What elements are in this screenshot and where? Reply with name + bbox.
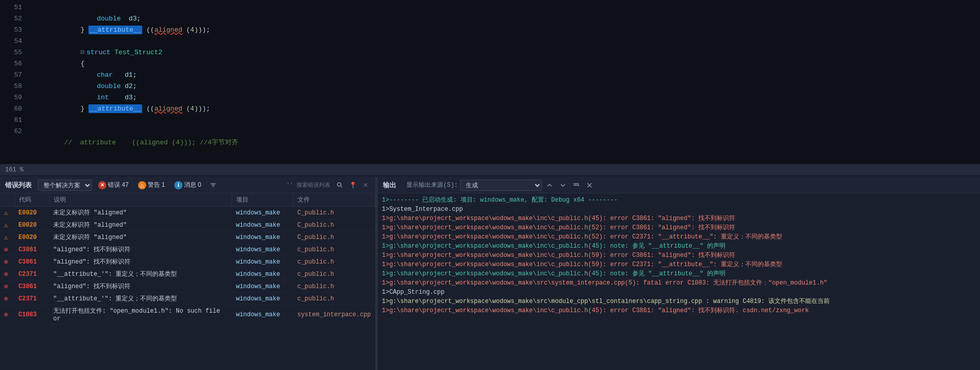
output-line: 1>-------- 已启动生成: 项目: windows_make, 配置: … (382, 195, 976, 205)
row-project: windows_make (232, 256, 293, 268)
code-line-62: // attribute ((aligned (4))); //4字节对齐 (32, 126, 980, 137)
table-row[interactable]: ⊗ C2371 "__attribute_'": 重定义；不同的基类型 wind… (0, 268, 375, 280)
row-file: c_public.h (293, 268, 375, 280)
wrap-icon (573, 182, 580, 189)
error-panel-right-icons: '' 搜索错误列表 📍 ✕ (286, 181, 370, 190)
output-line: 1>g:\share\projecrt_workspace\wodows_mak… (382, 214, 976, 223)
filter-icon (210, 182, 217, 189)
row-code: E0020 (14, 219, 49, 231)
warning-count-label: 警告 1 (148, 181, 165, 189)
table-row[interactable]: ⚠ E0020 未定义标识符 "aligned" windows_make C_… (0, 219, 375, 231)
error-type-icon: ⊗ (4, 295, 8, 303)
error-type-icon: ⚠ (4, 234, 8, 242)
row-icon: ⚠ (0, 207, 14, 219)
solution-filter-dropdown[interactable]: 整个解决方案 (38, 180, 92, 191)
output-content[interactable]: 1>-------- 已启动生成: 项目: windows_make, 配置: … (378, 193, 980, 370)
output-toolbar-btn2[interactable] (557, 181, 568, 190)
output-panel-header: 输出 显示输出来源(S): 生成 (378, 177, 980, 193)
row-desc: "aligned": 找不到标识符 (49, 256, 232, 268)
pin-panel-button[interactable]: 📍 (347, 181, 359, 190)
code-line-54: ⊟struct Test_Struct2 (32, 36, 980, 47)
table-row[interactable]: ⊗ C3861 "aligned": 找不到标识符 windows_make c… (0, 244, 375, 256)
close-panel-button[interactable]: ✕ (361, 181, 370, 190)
row-icon: ⊗ (0, 280, 14, 293)
row-code: C1083 (14, 305, 49, 324)
row-icon: ⊗ (0, 268, 14, 280)
bottom-panels: 错误列表 整个解决方案 ✕ 错误 47 △ 警告 1 ℹ 消息 0 (0, 177, 980, 370)
code-line-52: } __attribute__ ((aligned (4))); (32, 13, 980, 25)
output-line: 1>g:\share\projecrt_workspace\wodows_mak… (382, 269, 976, 278)
scroll-bottom-icon (559, 182, 566, 189)
row-project: windows_make (232, 244, 293, 256)
error-type-icon: ⚠ (4, 222, 8, 229)
code-content[interactable]: double d3; } __attribute__ ((aligned (4)… (28, 0, 980, 164)
line-num-58: 58 (0, 81, 22, 92)
info-count-button[interactable]: ℹ 消息 0 (171, 180, 204, 190)
table-row[interactable]: ⊗ C3861 "aligned": 找不到标识符 windows_make c… (0, 256, 375, 268)
line-num-60: 60 (0, 103, 22, 115)
status-bar: 161 % (0, 164, 980, 175)
output-toolbar-btn1[interactable] (544, 181, 555, 190)
code-line-61 (32, 115, 980, 126)
row-code: E0020 (14, 231, 49, 244)
code-editor: 51 52 53 54 55 56 57 58 59 60 61 62 doub… (0, 0, 980, 164)
zoom-level: 161 % (5, 166, 24, 173)
table-row[interactable]: ⚠ E0020 未定义标识符 "aligned" windows_make C_… (0, 207, 375, 219)
row-project: windows_make (232, 268, 293, 280)
line-num-52: 52 (0, 13, 22, 25)
error-type-icon: ⊗ (4, 283, 8, 291)
output-line: 1>g:\share\projecrt_workspace\wodows_mak… (382, 278, 976, 288)
scroll-top-icon (546, 182, 553, 189)
line-num-56: 56 (0, 58, 22, 70)
filter-toolbar-button[interactable] (208, 181, 219, 190)
line-num-55: 55 (0, 47, 22, 58)
code-line-59: } __attribute__ ((aligned (4))); (32, 92, 980, 103)
row-file: c_public.h (293, 293, 375, 305)
row-code: C3861 (14, 280, 49, 293)
row-project: windows_make (232, 293, 293, 305)
error-table-container[interactable]: 代码 说明 项目 文件 ⚠ E0020 未定义标识符 "aligned" win… (0, 193, 375, 370)
row-icon: ⊗ (0, 293, 14, 305)
clear-icon (586, 182, 593, 189)
table-row[interactable]: ⊗ C2371 "__attribute_'": 重定义；不同的基类型 wind… (0, 293, 375, 305)
table-row[interactable]: ⊗ C1083 无法打开包括文件: "open_module1.h": No s… (0, 305, 375, 324)
error-panel-controls: 整个解决方案 ✕ 错误 47 △ 警告 1 ℹ 消息 0 (38, 180, 286, 191)
error-badge-icon: ✕ (98, 181, 106, 189)
row-desc: "aligned": 找不到标识符 (49, 244, 232, 256)
output-line: 1>g:\share\projecrt_workspace\wodows_mak… (382, 242, 976, 251)
row-desc: "__attribute_'": 重定义；不同的基类型 (49, 293, 232, 305)
output-toolbar-btn3[interactable] (571, 181, 582, 190)
row-file: C_public.h (293, 219, 375, 231)
row-code: C3861 (14, 244, 49, 256)
close-icon: ✕ (363, 182, 368, 189)
line-num-53: 53 (0, 25, 22, 36)
row-desc: "aligned": 找不到标识符 (49, 280, 232, 293)
row-project: windows_make (232, 231, 293, 244)
error-table: 代码 说明 项目 文件 ⚠ E0020 未定义标识符 "aligned" win… (0, 193, 375, 324)
error-panel-title: 错误列表 (5, 181, 32, 190)
col-desc: 说明 (49, 193, 232, 207)
table-row[interactable]: ⊗ C3861 "aligned": 找不到标识符 windows_make c… (0, 280, 375, 293)
output-source-label: 显示输出来源(S): (406, 181, 458, 189)
error-count-button[interactable]: ✕ 错误 47 (95, 180, 132, 190)
output-source-select[interactable]: 生成 (460, 180, 542, 191)
row-desc: "__attribute_'": 重定义；不同的基类型 (49, 268, 232, 280)
row-code: C3861 (14, 256, 49, 268)
error-table-body: ⚠ E0020 未定义标识符 "aligned" windows_make C_… (0, 207, 375, 324)
table-row[interactable]: ⚠ E0020 未定义标识符 "aligned" windows_make C_… (0, 231, 375, 244)
row-project: windows_make (232, 207, 293, 219)
row-code: C2371 (14, 293, 49, 305)
output-toolbar: 显示输出来源(S): 生成 (406, 180, 595, 191)
col-project: 项目 (232, 193, 293, 207)
row-icon: ⚠ (0, 231, 14, 244)
col-icon (0, 193, 14, 207)
error-type-icon: ⊗ (4, 246, 8, 254)
warning-count-button[interactable]: △ 警告 1 (135, 180, 168, 190)
output-toolbar-btn4[interactable] (584, 181, 595, 190)
error-table-header: 代码 说明 项目 文件 (0, 193, 375, 207)
line-numbers: 51 52 53 54 55 56 57 58 59 60 61 62 (0, 0, 28, 164)
search-errors-label: '' 搜索错误列表 (286, 181, 330, 189)
output-panel-title: 输出 (383, 181, 396, 190)
search-errors-button[interactable] (334, 181, 345, 189)
error-type-icon: ⚠ (4, 209, 8, 217)
